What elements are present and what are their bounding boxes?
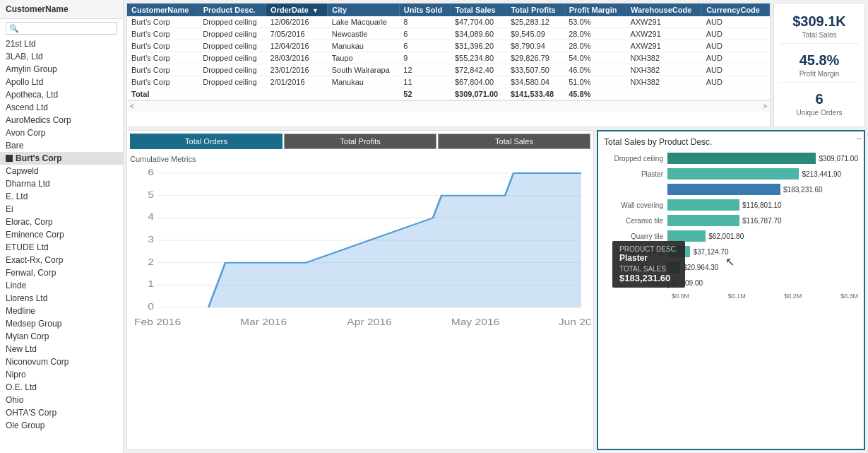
sidebar-item-label: Eminence Corp — [6, 230, 64, 240]
sidebar-item[interactable]: AuroMedics Corp — [0, 114, 123, 127]
table-col-header[interactable]: WarehouseCode — [626, 4, 701, 16]
table-col-header[interactable]: OrderDate ▼ — [266, 4, 328, 16]
sidebar-item[interactable]: Elorac, Corp — [0, 216, 123, 228]
table-col-header[interactable]: Units Sold — [399, 4, 451, 16]
table-col-header[interactable]: CustomerName — [127, 4, 198, 16]
sidebar-item[interactable]: New Ltd — [0, 343, 123, 355]
bar-x-axis: $0.0M$0.1M$0.2M$0.3M — [604, 293, 858, 300]
sidebar-item-label: New Ltd — [6, 344, 37, 354]
sidebar-item[interactable]: Linde — [0, 279, 123, 292]
top-section: CustomerNameProduct Desc.OrderDate ▼City… — [124, 0, 868, 130]
bottom-section: Total OrdersTotal ProfitsTotal Sales Cum… — [124, 130, 868, 453]
sidebar-item[interactable]: Amylin Group — [0, 63, 123, 76]
scroll-left-btn[interactable]: < — [130, 102, 134, 110]
bar-value: $116,787.70 — [742, 217, 782, 225]
sidebar-item[interactable]: Fenwal, Corp — [0, 266, 123, 279]
sidebar-item[interactable]: Niconovum Corp — [0, 355, 123, 368]
table-col-header[interactable]: Profit Margin — [564, 4, 626, 16]
chart-tab[interactable]: Total Sales — [438, 134, 590, 149]
sidebar-item-label: Ohio — [6, 395, 23, 405]
sidebar-item[interactable]: Eminence Corp — [0, 228, 123, 241]
bar — [667, 168, 799, 180]
table-row[interactable]: Burt's CorpDropped ceiling2/01/2016Manuk… — [127, 76, 770, 88]
bar-row[interactable]: Ceramic tile$116,787.70 — [604, 215, 858, 226]
sidebar-item[interactable]: OHTA'S Corp — [0, 406, 123, 419]
table-total-cell — [198, 88, 266, 100]
sidebar-item-label: Mylan Corp — [6, 331, 49, 341]
table-col-header[interactable]: City — [328, 4, 400, 16]
sidebar-item[interactable]: 21st Ltd — [0, 37, 123, 50]
table-row[interactable]: Burt's CorpDropped ceiling12/04/2016Manu… — [127, 40, 770, 52]
table-cell: AXW291 — [626, 40, 701, 52]
kpi-profit-margin: 45.8% Profit Margin — [780, 48, 859, 83]
table-total-row: Total52$309,071.00$141,533.4845.8% — [127, 88, 770, 100]
sidebar-item[interactable]: E. Ltd — [0, 190, 123, 203]
bar-row[interactable]: Quarry tile$62,001.80 — [604, 230, 858, 242]
table-row[interactable]: Burt's CorpDropped ceiling23/01/2016Sout… — [127, 64, 770, 76]
table-col-header[interactable]: Product Desc. — [198, 4, 266, 16]
sidebar-item[interactable]: Nipro — [0, 368, 123, 381]
sidebar-item-label: OHTA'S Corp — [6, 408, 57, 418]
sidebar-item[interactable]: Ei — [0, 203, 123, 216]
sidebar-item[interactable]: 3LAB, Ltd — [0, 50, 123, 63]
main-content: CustomerNameProduct Desc.OrderDate ▼City… — [124, 0, 868, 453]
bar-row[interactable]: Plaster$213,441.90 — [604, 168, 858, 180]
table-cell: Dropped ceiling — [198, 28, 266, 40]
table-total-cell: $309,071.00 — [451, 88, 506, 100]
table-row[interactable]: Burt's CorpDropped ceiling12/06/2016Lake… — [127, 16, 770, 28]
chart-area: Total OrdersTotal ProfitsTotal Sales Cum… — [126, 130, 594, 450]
sidebar-item[interactable]: Dharma Ltd — [0, 177, 123, 190]
kpi-unique-orders: 6 Unique Orders — [780, 87, 859, 121]
table-cell: 51.0% — [564, 76, 626, 88]
bar-value: $213,441.90 — [802, 170, 841, 178]
sidebar-item[interactable]: Bare — [0, 139, 123, 152]
tooltip-val-label: TOTAL SALES — [619, 265, 678, 273]
sidebar-item[interactable]: Apollo Ltd — [0, 76, 123, 88]
sidebar-item[interactable]: Llorens Ltd — [0, 292, 123, 305]
bar-row[interactable]: Wall covering$116,801.10 — [604, 199, 858, 211]
table-cell: 28/03/2016 — [266, 52, 328, 64]
sidebar-item[interactable]: Ohio — [0, 394, 123, 406]
table-col-header[interactable]: Total Profits — [506, 4, 564, 16]
table-cell: $72,842.40 — [451, 64, 506, 76]
sidebar-item[interactable]: Mylan Corp — [0, 330, 123, 343]
table-cell: Dropped ceiling — [198, 16, 266, 28]
sidebar-item[interactable]: Exact-Rx, Corp — [0, 254, 123, 266]
cumulative-title: Cumulative Metrics — [130, 155, 590, 163]
sidebar-item[interactable]: Capweld — [0, 165, 123, 177]
search-input[interactable] — [6, 22, 117, 35]
sidebar-item[interactable]: Ascend Ltd — [0, 101, 123, 114]
chart-tab[interactable]: Total Orders — [130, 134, 283, 149]
sidebar-item[interactable]: Apotheca, Ltd — [0, 88, 123, 101]
table-col-header[interactable]: CurrencyCode — [702, 4, 770, 16]
bar-row[interactable]: $183,231.60 — [604, 184, 858, 195]
table-cell: 7/05/2016 — [266, 28, 328, 40]
table-row[interactable]: Burt's CorpDropped ceiling28/03/2016Taup… — [127, 52, 770, 64]
table-row[interactable]: Burt's CorpDropped ceiling7/05/2016Newca… — [127, 28, 770, 40]
sidebar-item-label: Burt's Corp — [16, 153, 62, 163]
kpi-unique-orders-value: 6 — [780, 91, 859, 107]
sidebar-item[interactable]: Ole Group — [0, 419, 123, 432]
bar-label: Dropped ceiling — [604, 155, 667, 163]
chart-tab[interactable]: Total Profits — [284, 134, 436, 149]
bar-container: $116,787.70 — [667, 215, 858, 226]
scroll-right-btn[interactable]: > — [763, 102, 767, 110]
sidebar-item[interactable]: Burt's Corp — [0, 152, 123, 165]
table-total-cell — [266, 88, 328, 100]
data-table-container: CustomerNameProduct Desc.OrderDate ▼City… — [126, 3, 771, 127]
sidebar-item[interactable]: Medline — [0, 305, 123, 317]
sidebar-item-label: Nipro — [6, 370, 26, 380]
bar-wrap: $1,809.00 — [667, 277, 858, 288]
sidebar-item-label: 3LAB, Ltd — [6, 52, 43, 61]
sidebar-item[interactable]: ETUDE Ltd — [0, 241, 123, 254]
bar-row[interactable]: Dropped ceiling$309,071.00 — [604, 153, 858, 164]
sidebar-item[interactable]: O.E. Ltd — [0, 381, 123, 394]
sidebar-item-label: Apollo Ltd — [6, 77, 43, 87]
panel-collapse-btn[interactable]: – — [857, 134, 861, 142]
sidebar-item[interactable]: Avon Corp — [0, 127, 123, 139]
table-col-header[interactable]: Total Sales — [451, 4, 506, 16]
table-cell: 46.0% — [564, 64, 626, 76]
data-table: CustomerNameProduct Desc.OrderDate ▼City… — [127, 4, 770, 100]
table-cell: 6 — [399, 28, 451, 40]
sidebar-item[interactable]: Medsep Group — [0, 317, 123, 330]
